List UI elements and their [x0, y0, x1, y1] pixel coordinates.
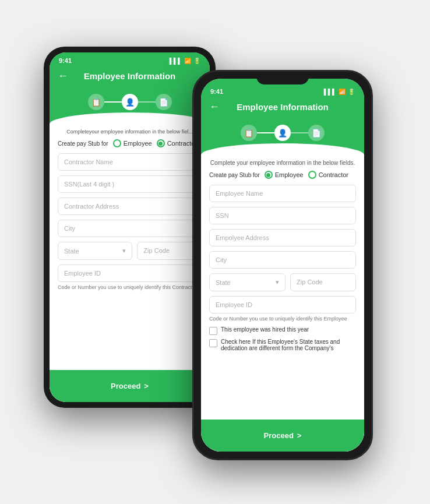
front-phone: 9:41 ▌▌▌ 📶 🔋 ← Employee Information 📋 👤: [192, 70, 373, 460]
radio-employee-label-back: Employee: [124, 140, 152, 147]
checkbox-1-label: This employee was hired this year: [221, 326, 309, 333]
battery-icon-front: 🔋: [348, 89, 355, 95]
ssn-input[interactable]: SSN: [209, 207, 356, 224]
step-line-2-back: [138, 101, 156, 103]
step-2-back: 👤: [122, 94, 138, 110]
step-3-back: 📄: [156, 94, 172, 110]
radio-group-back: Create pay Stub for Employee Contractor: [58, 139, 202, 147]
zip-input-front[interactable]: Zip Code: [290, 273, 356, 291]
radio-contractor-label-front: Contractor: [319, 171, 348, 178]
ssn-back-input[interactable]: SSN(Last 4 digit ): [58, 175, 202, 193]
subtitle-front: Complete your employee information in th…: [209, 160, 356, 166]
step-icons-front: 📋 👤 📄: [241, 125, 325, 141]
back-phone: 9:41 ▌▌▌ 📶 🔋 ← Employee Information 📋 👤: [44, 47, 216, 408]
state-select-front[interactable]: State ▾: [209, 273, 286, 291]
battery-icon-back: 🔋: [193, 58, 200, 64]
content-front: Complete your employee information in th…: [201, 155, 364, 452]
step-area-back: 📋 👤 📄: [50, 90, 210, 112]
page-title-front: Employee Information: [210, 102, 355, 112]
step-area-front: 📋 👤 📄: [201, 121, 364, 143]
radio-circle-contractor-front[interactable]: [308, 171, 316, 179]
time-back: 9:41: [59, 57, 72, 64]
radio-employee-back[interactable]: Employee: [113, 139, 152, 147]
contractor-address-input[interactable]: Contractor Address: [58, 198, 202, 215]
checkbox-2[interactable]: [209, 339, 217, 347]
proceed-bar-back: Proceed >: [50, 370, 210, 402]
app-header-front: ← Employee Information: [201, 97, 364, 121]
contractor-name-input[interactable]: Contractor Name: [58, 153, 202, 171]
app-header-back: ← Employee Information: [50, 66, 210, 90]
city-input[interactable]: City: [209, 251, 356, 269]
step-icons-back: 📋 👤 📄: [88, 94, 172, 110]
header-wave-front: [201, 143, 364, 155]
radio-circle-contractor-back[interactable]: [157, 139, 165, 147]
proceed-button-front[interactable]: Proceed >: [209, 425, 356, 446]
state-zip-row-back: State ▾ Zip Code: [58, 242, 202, 260]
status-icons-front: ▌▌▌ 📶 🔋: [324, 89, 355, 95]
radio-contractor-front[interactable]: Contractor: [308, 171, 348, 179]
front-screen: 9:41 ▌▌▌ 📶 🔋 ← Employee Information 📋 👤: [201, 79, 364, 452]
proceed-bar-front: Proceed >: [201, 420, 364, 452]
status-icons-back: ▌▌▌ 📶 🔋: [170, 58, 200, 64]
back-arrow-back[interactable]: ←: [58, 70, 68, 82]
step-line-2-front: [291, 132, 308, 133]
step-1-front: 📋: [241, 125, 257, 141]
back-arrow-front[interactable]: ←: [209, 101, 220, 113]
helper-text-front: Code or Number you use to uniquely ident…: [209, 316, 356, 322]
state-label-back: State: [64, 248, 79, 255]
employee-address-input[interactable]: Empolyee Address: [209, 229, 356, 246]
radio-label-back: Create pay Stub for: [58, 140, 108, 147]
state-select-back[interactable]: State ▾: [58, 242, 132, 260]
checkbox-2-label: Check here If this Employee's State taxe…: [221, 339, 356, 351]
radio-group-front: Create pay Stub for Employee Contractor: [209, 171, 356, 179]
radio-circle-employee-back[interactable]: [113, 139, 121, 147]
radio-employee-label-front: Employee: [275, 171, 304, 178]
helper-text-back: Code or Number you use to uniquely ident…: [58, 284, 202, 290]
employee-name-input[interactable]: Employee Name: [209, 185, 356, 202]
radio-contractor-back[interactable]: Contractor: [157, 139, 197, 147]
step-2-front: 👤: [274, 125, 291, 141]
time-front: 9:41: [210, 88, 223, 95]
chevron-down-icon-back: ▾: [122, 247, 126, 255]
employee-id-input-back[interactable]: Employee ID: [58, 265, 202, 282]
step-line-1-back: [104, 101, 122, 103]
chevron-down-icon-front: ▾: [276, 279, 279, 286]
radio-employee-front[interactable]: Employee: [265, 171, 304, 179]
signal-icon-back: ▌▌▌: [170, 58, 182, 64]
checkbox-1[interactable]: [209, 327, 217, 335]
status-bar-back: 9:41 ▌▌▌ 📶 🔋: [50, 52, 210, 66]
step-1-back: 📋: [88, 94, 104, 110]
checkbox-row-1: This employee was hired this year: [209, 326, 356, 335]
signal-icon-front: ▌▌▌: [324, 89, 336, 95]
radio-label-front: Create pay Stub for: [209, 172, 260, 178]
camera-island: [256, 72, 309, 84]
step-line-1-front: [257, 132, 274, 133]
step-3-front: 📄: [308, 125, 325, 141]
state-zip-row-front: State ▾ Zip Code: [209, 273, 356, 291]
header-wave-back: [50, 112, 210, 124]
wifi-icon-front: 📶: [339, 89, 346, 95]
employee-id-input-front[interactable]: Employee ID: [209, 296, 356, 313]
state-label-front: State: [216, 279, 231, 286]
radio-circle-employee-front[interactable]: [265, 171, 273, 179]
back-screen: 9:41 ▌▌▌ 📶 🔋 ← Employee Information 📋 👤: [50, 52, 210, 402]
content-back: Completeyour employee information in the…: [50, 124, 210, 402]
page-title-back: Employee Information: [59, 71, 200, 81]
subtitle-back: Completeyour employee information in the…: [58, 129, 202, 135]
wifi-icon-back: 📶: [184, 58, 191, 64]
city-back-input[interactable]: City: [58, 220, 202, 237]
proceed-button-back[interactable]: Proceed >: [58, 376, 202, 396]
checkbox-row-2: Check here If this Employee's State taxe…: [209, 339, 356, 351]
